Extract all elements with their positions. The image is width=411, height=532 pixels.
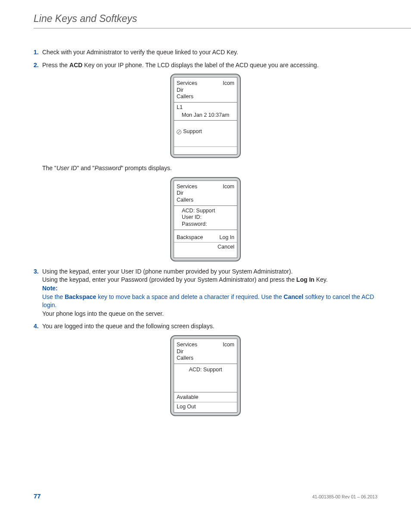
softkey-available: Available (177, 394, 234, 401)
lcd-callers: Callers (177, 355, 234, 362)
login-key-bold: Log In (296, 276, 314, 283)
lcd-support: Support (183, 128, 202, 134)
revision-text: 41-001385-00 Rev 01 – 06.2013 (312, 494, 377, 499)
header-title: Line Keys and Softkeys (34, 13, 137, 24)
lcd-services: Services (177, 342, 197, 348)
lcd-line-1: L1 (177, 104, 234, 111)
softkey-cancel: Cancel (218, 244, 234, 251)
lcd-icom: Icom (223, 342, 234, 348)
page-content: 1. Check with your Administrator to veri… (34, 48, 377, 422)
lcd-services: Services (177, 80, 197, 87)
step-3-line1: Using the keypad, enter your User ID (ph… (42, 268, 377, 276)
softkey-logout: Log Out (177, 404, 234, 411)
note-label: Note: (42, 284, 377, 293)
lcd-callers: Callers (177, 93, 234, 100)
softkey-backspace: Backspace (177, 234, 203, 241)
lcd-password: Password: (177, 221, 234, 228)
cancel-bold: Cancel (283, 293, 303, 300)
step-text: Press the ACD Key on your IP phone. The … (42, 62, 319, 68)
password-italic: Password (95, 165, 121, 171)
lcd-acd: ACD: Support (177, 367, 234, 373)
lcd-icom: Icom (223, 80, 234, 87)
lcd-user-id: User ID: (177, 214, 234, 221)
prompt-text: The "User ID" and "Password" prompts dis… (34, 164, 377, 173)
softkey-login: Log In (219, 234, 234, 241)
step-number: 4. (34, 322, 39, 331)
lcd-screen-3: ServicesIcom Dir Callers ACD: Support Av… (170, 335, 241, 416)
lcd-dir: Dir (177, 348, 234, 355)
lcd-screen-2: ServicesIcom Dir Callers ACD: Support Us… (170, 177, 241, 261)
lcd-screen-1: ServicesIcom Dir Callers L1 Mon Jan 2 10… (170, 74, 241, 158)
acd-key-bold: ACD (69, 62, 82, 68)
lcd-dir: Dir (177, 190, 234, 197)
user-id-italic: User ID (56, 165, 77, 171)
backspace-bold: Backspace (65, 293, 96, 300)
step-text: You are logged into the queue and the fo… (42, 323, 215, 330)
step-1: 1. Check with your Administrator to veri… (34, 48, 377, 57)
step-number: 3. (34, 268, 39, 276)
step-2: 2. Press the ACD Key on your IP phone. T… (34, 61, 377, 70)
lcd-icom: Icom (223, 184, 234, 190)
page-number: 77 (34, 492, 41, 500)
step-4: 4. You are logged into the queue and the… (34, 322, 377, 331)
step-number: 2. (34, 61, 39, 70)
step-number: 1. (34, 48, 39, 57)
step-3: 3. Using the keypad, enter your User ID … (34, 268, 377, 318)
lcd-services: Services (177, 184, 197, 190)
note-text: Use the Backspace key to move back a spa… (42, 293, 377, 310)
page-header: Line Keys and Softkeys (34, 13, 411, 28)
lcd-dir: Dir (177, 87, 234, 94)
page-footer: 77 41-001385-00 Rev 01 – 06.2013 (34, 492, 377, 500)
step-3-line2: Using the keypad, enter your Password (p… (42, 276, 377, 284)
lcd-time: Mon Jan 2 10:37am (177, 112, 234, 119)
step-3-line3: Your phone logs into the queue on the se… (42, 310, 377, 318)
lcd-acd: ACD: Support (177, 208, 234, 215)
status-icon (177, 130, 181, 134)
step-text: Check with your Administrator to verify … (42, 49, 238, 56)
lcd-callers: Callers (177, 197, 234, 204)
